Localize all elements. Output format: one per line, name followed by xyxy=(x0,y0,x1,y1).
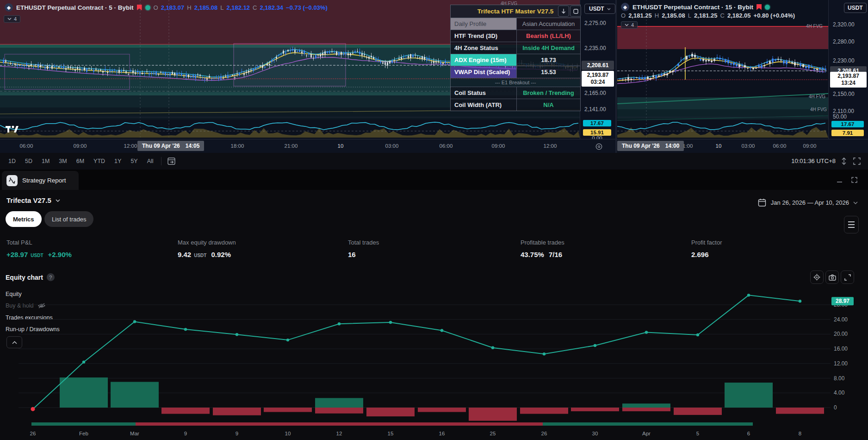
panel-maximize-button[interactable] xyxy=(570,6,581,17)
equity-point[interactable] xyxy=(236,333,238,336)
range-1M[interactable]: 1M xyxy=(38,156,53,166)
equity-point[interactable] xyxy=(645,331,648,333)
strategy-selector[interactable]: Trifecta V27.5 xyxy=(6,196,60,204)
left-price-axis[interactable]: 2,275.002,235.002,165.002,141.002,208.61… xyxy=(580,0,616,139)
drawdown-bar xyxy=(366,408,415,416)
panel-row-value: 15.53 xyxy=(516,66,580,78)
price-tick: 2,230.00 xyxy=(833,57,855,64)
metric-label: Max equity drawdown xyxy=(178,239,236,246)
left-chart-header: ◆ ETHUSDT Perpetual Contract · 5 · Bybit… xyxy=(5,3,328,12)
time-tick: 12:00 xyxy=(544,143,557,149)
range-1Y[interactable]: 1Y xyxy=(111,156,125,166)
range-YTD[interactable]: YTD xyxy=(90,156,109,166)
right-chart-plot[interactable]: 4H FVG4H FVG4H FVG xyxy=(617,0,828,139)
equity-point[interactable] xyxy=(594,344,596,347)
range-1D[interactable]: 1D xyxy=(5,156,19,166)
equity-x-tick: 5 xyxy=(696,431,699,436)
trade-direction-strip xyxy=(136,422,543,426)
equity-point[interactable] xyxy=(82,360,85,363)
equity-point[interactable] xyxy=(799,300,801,302)
right-chart-header: ◆ ETHUSDT Perpetual Contract · 15 · Bybi… xyxy=(621,3,770,11)
range-5D[interactable]: 5D xyxy=(21,156,36,166)
timezone-settings-icon[interactable] xyxy=(595,143,603,152)
go-to-date-button[interactable] xyxy=(167,157,177,166)
current-price-countdown: 2,193.8703:24 xyxy=(582,71,614,87)
panel-row-value: 18.73 xyxy=(516,54,580,66)
alert-flag-icon[interactable] xyxy=(756,4,762,10)
equity-point[interactable] xyxy=(133,320,136,323)
panel-row: ADX Engine (15m)18.73 xyxy=(451,54,580,66)
panel-move-down-button[interactable] xyxy=(558,6,569,17)
equity-point[interactable] xyxy=(286,339,289,341)
range-6M[interactable]: 6M xyxy=(73,156,88,166)
tab-metrics[interactable]: Metrics xyxy=(6,211,42,227)
ohlc-key: L xyxy=(688,12,691,19)
indicator-value-tag: 17.67 xyxy=(831,121,864,127)
right-indicators-collapse-badge[interactable]: 4 xyxy=(621,21,638,29)
drawdown-bar xyxy=(418,408,466,412)
indicator-count: 4 xyxy=(14,16,17,22)
strategy-name: Trifecta V27.5 xyxy=(6,196,51,204)
equity-point[interactable] xyxy=(338,322,341,325)
range-3M[interactable]: 3M xyxy=(55,156,70,166)
maximize-panel-icon[interactable] xyxy=(849,175,859,184)
drawdown-bar xyxy=(469,408,517,421)
tab-strategy-report[interactable]: Strategy Report xyxy=(2,171,79,190)
metric-part: USDT xyxy=(194,253,206,258)
range-5Y[interactable]: 5Y xyxy=(127,156,141,166)
metric-part: 9.42 xyxy=(178,251,191,258)
ohlc-key: O xyxy=(621,12,626,19)
tab-list-of-trades[interactable]: List of trades xyxy=(44,211,93,227)
report-layout-button[interactable] xyxy=(844,216,859,233)
equity-point[interactable] xyxy=(184,328,187,331)
ohlc-key: C xyxy=(253,4,257,11)
metric-part: +2.90% xyxy=(48,251,72,258)
range-All[interactable]: All xyxy=(143,156,157,166)
panel-resize-icon[interactable] xyxy=(840,157,848,167)
chevron-down-icon xyxy=(625,24,629,26)
trifecta-panel[interactable]: Trifecta HTF Master V27.5 Daily ProfileA… xyxy=(450,5,581,111)
panel-row-label: ADX Engine (15m) xyxy=(451,54,516,66)
metric-part: 2.696 xyxy=(691,251,709,258)
equity-point[interactable] xyxy=(696,333,699,336)
left-symbol-title[interactable]: ETHUSDT Perpetual Contract · 5 · Bybit xyxy=(16,4,134,11)
equity-start-marker[interactable] xyxy=(31,407,35,411)
right-price-axis[interactable]: 2,320.002,280.002,230.002,150.002,110.00… xyxy=(828,0,868,139)
time-tick: 09:00 xyxy=(74,143,87,149)
left-currency-button[interactable]: USDT xyxy=(584,4,615,14)
fullscreen-icon[interactable] xyxy=(853,157,861,167)
arrow-down-icon xyxy=(561,9,566,14)
alert-flag-icon[interactable] xyxy=(137,5,142,11)
tradingview-logo[interactable] xyxy=(6,124,19,136)
equity-point[interactable] xyxy=(440,329,443,332)
ohlc-value: 2,181.25 xyxy=(628,12,652,19)
equity-point[interactable] xyxy=(747,294,750,296)
panel-row: Coil StatusBroken / Trending xyxy=(451,87,580,99)
runup-bar xyxy=(111,382,159,408)
equity-y-tick: 0 xyxy=(834,404,837,411)
panel-row: VWAP Dist (Scaled)15.53 xyxy=(451,66,580,78)
market-open-icon xyxy=(765,5,770,10)
date-range-selector[interactable]: Jan 26, 2026 — Apr 10, 2026 xyxy=(758,198,858,207)
panel-row-label: Coil Status xyxy=(451,87,516,99)
drawdown-bar xyxy=(520,408,568,414)
metric-part: USDT xyxy=(31,253,43,258)
time-tick: 06:00 xyxy=(440,143,453,149)
minimize-panel-icon[interactable] xyxy=(835,175,844,184)
runup-drawdown-bars xyxy=(60,377,824,421)
equity-x-tick: 8 xyxy=(799,431,801,436)
equity-point[interactable] xyxy=(491,346,494,349)
right-symbol-title[interactable]: ETHUSDT Perpetual Contract · 15 · Bybit xyxy=(632,4,753,11)
drawdown-bar xyxy=(161,408,210,414)
chart-splitter[interactable] xyxy=(615,0,617,153)
right-currency-button[interactable]: USDT xyxy=(844,3,867,13)
drawdown-bar xyxy=(315,408,363,414)
left-indicators-collapse-badge[interactable]: 4 xyxy=(4,15,20,23)
price-tick: 2,165.00 xyxy=(584,90,606,96)
equity-chart[interactable]: 28.0024.0020.0016.0012.008.004.00026FebM… xyxy=(0,269,868,440)
drawdown-bar xyxy=(622,408,670,411)
equity-point[interactable] xyxy=(543,352,546,355)
clock[interactable]: 10:01:36 UTC+8 xyxy=(791,157,836,164)
time-axis[interactable]: 06:0009:0012:0018:0021:001003:0006:0009:… xyxy=(0,139,868,153)
equity-point[interactable] xyxy=(389,321,392,324)
